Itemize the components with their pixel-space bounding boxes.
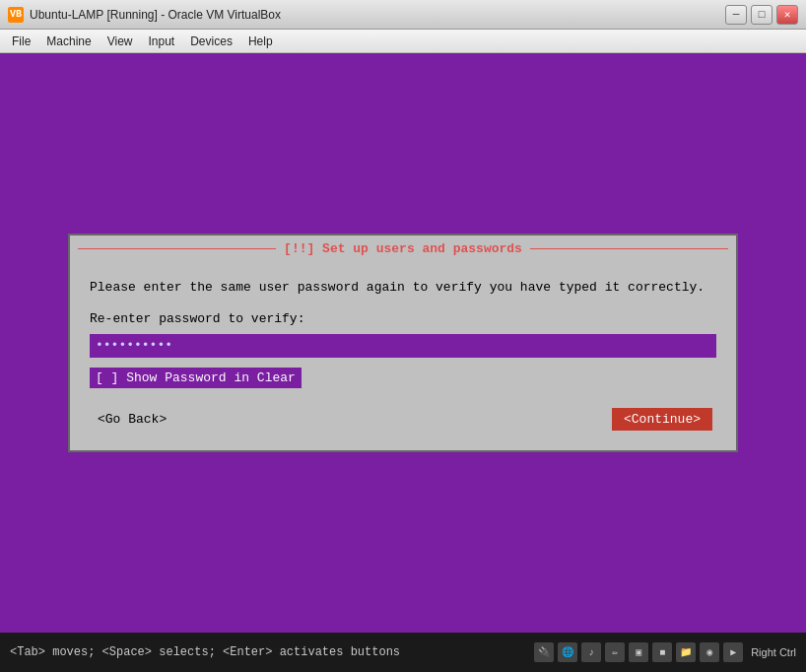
edit-icon: ✏	[605, 642, 625, 662]
menu-view[interactable]: View	[100, 33, 141, 50]
sound-icon: ■	[652, 642, 672, 662]
minimize-button[interactable]: ─	[725, 5, 747, 25]
show-password-label: [ ] Show Password in Clear	[96, 370, 296, 385]
statusbar: <Tab> moves; <Space> selects; <Enter> ac…	[0, 633, 806, 672]
app-icon: VB	[8, 7, 24, 23]
usb-icon: 🔌	[534, 642, 554, 662]
title-line-right	[530, 248, 728, 249]
status-hint-text: <Tab> moves; <Space> selects; <Enter> ac…	[10, 645, 534, 659]
status-icons-area: 🔌 🌐 ♪ ✏ ▣ ■ 📁 ◉ ▶ Right Ctrl	[534, 642, 796, 662]
dialog-buttons: <Go Back> <Continue>	[90, 408, 716, 431]
titlebar: VB Ubuntu-LAMP [Running] - Oracle VM Vir…	[0, 0, 806, 30]
dialog-box: [!!] Set up users and passwords Please e…	[68, 234, 738, 452]
display-icon: ▣	[629, 642, 648, 662]
virtualbox-icon: ◉	[700, 642, 719, 662]
dialog-title-bar: [!!] Set up users and passwords	[68, 235, 738, 262]
maximize-button[interactable]: □	[751, 5, 772, 25]
audio-icon: ♪	[581, 642, 601, 662]
menu-help[interactable]: Help	[240, 33, 281, 50]
show-password-checkbox-row[interactable]: [ ] Show Password in Clear	[90, 368, 302, 388]
folder-icon: 📁	[676, 642, 696, 662]
menubar: File Machine View Input Devices Help	[0, 30, 806, 53]
window-controls: ─ □ ✕	[725, 5, 798, 25]
password-input[interactable]	[90, 334, 716, 358]
dialog-content: Please enter the same user password agai…	[70, 262, 736, 450]
menu-devices[interactable]: Devices	[182, 33, 240, 50]
go-back-button[interactable]: <Go Back>	[94, 410, 170, 429]
close-button[interactable]: ✕	[776, 5, 798, 25]
menu-input[interactable]: Input	[141, 33, 183, 50]
dialog-title: [!!] Set up users and passwords	[276, 241, 530, 256]
menu-machine[interactable]: Machine	[38, 33, 99, 50]
password-label: Re-enter password to verify:	[90, 311, 716, 326]
right-ctrl-label: Right Ctrl	[751, 646, 796, 658]
title-line-left	[78, 248, 276, 249]
continue-button[interactable]: <Continue>	[612, 408, 712, 431]
menu-file[interactable]: File	[4, 33, 38, 50]
dialog-description: Please enter the same user password agai…	[90, 278, 716, 298]
window-title: Ubuntu-LAMP [Running] - Oracle VM Virtua…	[30, 8, 725, 22]
network-icon: 🌐	[558, 642, 577, 662]
vm-display-area: [!!] Set up users and passwords Please e…	[0, 53, 806, 633]
arrow-icon: ▶	[723, 642, 743, 662]
